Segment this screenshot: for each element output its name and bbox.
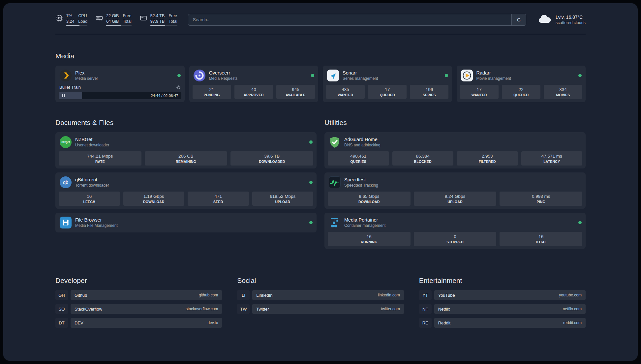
- bookmark-group-developer: Developer GH Github github.com SO StackO…: [55, 271, 222, 328]
- service-card-sonarr[interactable]: Sonarr Series management 485 WANTED 17 Q…: [323, 66, 452, 102]
- bookmarks-section: Developer GH Github github.com SO StackO…: [55, 271, 586, 328]
- bookmark-domain: github.com: [199, 293, 218, 297]
- section-title-entertainment: Entertainment: [419, 277, 586, 285]
- bookmark-dev[interactable]: DT DEV dev.to: [55, 318, 222, 328]
- bookmark-pill: Twitter twitter.com: [252, 304, 404, 314]
- pause-button[interactable]: [59, 92, 69, 99]
- service-name: qBittorrent: [75, 177, 109, 182]
- stat-value: 498,461: [329, 154, 388, 159]
- service-description: Speedtest Tracking: [344, 183, 378, 188]
- memory-total-value: 64 GiB: [106, 19, 119, 24]
- qbittorrent-icon: qb: [59, 176, 72, 189]
- plex-icon: [59, 69, 72, 82]
- stat-tile: 86,384 BLOCKED: [392, 151, 454, 166]
- bookmark-twitter[interactable]: TW Twitter twitter.com: [237, 304, 404, 314]
- plex-now-playing: Bullet Train 24:44 / 02:06:47: [59, 85, 181, 99]
- stat-tile: 9.24 Gbps UPLOAD: [414, 192, 497, 206]
- bookmark-name: DEV: [75, 320, 83, 325]
- stat-label: PING: [501, 200, 581, 204]
- service-card-overseerr[interactable]: Overseerr Media Requests 21 PENDING 40 A…: [189, 66, 319, 102]
- service-card-filebrowser[interactable]: File Browser Media File Management: [55, 213, 317, 232]
- service-card-plex[interactable]: Plex Media server Bullet Train: [55, 66, 185, 102]
- stat-value: 0: [415, 234, 495, 239]
- stat-value: 618.52 Mbps: [254, 194, 312, 199]
- stat-label: UPLOAD: [415, 200, 495, 204]
- gear-icon[interactable]: [176, 85, 181, 90]
- bookmark-name: YouTube: [438, 293, 455, 298]
- bookmark-pill: DEV dev.to: [71, 318, 222, 328]
- stat-tile: 39.6 TB DOWNLOADED: [230, 151, 313, 166]
- stat-label: UPLOAD: [254, 200, 312, 204]
- stat-value: 17: [369, 87, 405, 92]
- service-card-qbittorrent[interactable]: qb qBittorrent Torrent downloader 16 LEE…: [55, 172, 317, 209]
- stat-label: WANTED: [327, 93, 363, 97]
- bookmark-stackoverflow[interactable]: SO StackOverflow stackoverflow.com: [55, 304, 222, 314]
- stat-value: 40: [236, 87, 272, 92]
- stat-tile: 47.571 ms LATENCY: [521, 151, 583, 166]
- bookmark-reddit[interactable]: RE Reddit reddit.com: [419, 318, 586, 328]
- sonarr-icon: [327, 69, 339, 82]
- bookmark-abbr: TW: [237, 304, 250, 314]
- status-dot: [578, 221, 582, 224]
- bookmark-name: Reddit: [438, 320, 451, 325]
- disk-free-label: Free: [168, 13, 177, 19]
- stat-value: 17: [461, 87, 497, 92]
- stat-label: STOPPED: [415, 240, 495, 244]
- media-cards-row: Plex Media server Bullet Train: [55, 66, 586, 102]
- search-provider-button[interactable]: G: [511, 14, 526, 25]
- resource-widget-memory: 22 GiB 64 GiB Free Total: [95, 13, 132, 26]
- stat-tile: 0.993 ms PING: [500, 192, 582, 206]
- search-input[interactable]: [188, 17, 511, 22]
- bookmark-youtube[interactable]: YT YouTube youtube.com: [419, 290, 586, 300]
- bookmark-abbr: SO: [55, 304, 68, 314]
- weather-widget[interactable]: Lviv, 16.87°C scattered clouds: [537, 14, 586, 25]
- overseerr-icon: [193, 69, 206, 82]
- stat-value: 22: [503, 87, 539, 92]
- section-title-media: Media: [55, 52, 586, 60]
- stat-label: DOWNLOAD: [125, 200, 183, 204]
- stat-label: APPROVED: [236, 93, 272, 97]
- stat-value: 945: [278, 87, 314, 92]
- disk-total-label: Total: [168, 19, 177, 24]
- stat-tile: 834 MOVIES: [544, 85, 582, 99]
- service-card-adguard[interactable]: AdGuard Home DNS and adblocking 498,461 …: [324, 132, 586, 168]
- playback-progress-bar[interactable]: 24:44 / 02:06:47: [59, 92, 181, 99]
- memory-free-label: Free: [123, 13, 131, 19]
- bookmark-group-social: Social LI LinkedIn linkedin.com TW Twitt…: [237, 271, 404, 328]
- bookmark-pill: Github github.com: [71, 290, 222, 300]
- stat-label: TOTAL: [501, 240, 581, 244]
- bookmark-linkedin[interactable]: LI LinkedIn linkedin.com: [237, 290, 404, 300]
- bookmark-domain: twitter.com: [381, 307, 400, 311]
- topbar-divider: [55, 34, 586, 34]
- bookmark-abbr: NF: [419, 304, 432, 314]
- stat-value: 196: [411, 87, 447, 92]
- service-card-radarr[interactable]: Radarr Movie management 17 WANTED 22 QUE…: [457, 66, 586, 102]
- bookmark-name: Github: [75, 293, 87, 298]
- cloud-icon: [537, 14, 552, 25]
- service-card-portainer[interactable]: Media Portainer Container management 16 …: [324, 213, 586, 249]
- bookmark-abbr: RE: [419, 318, 432, 328]
- section-title-social: Social: [237, 277, 404, 285]
- disk-total-value: 97.9 TB: [150, 19, 165, 24]
- resource-widget-cpu: 7% 3.24 CPU Load: [55, 13, 87, 26]
- stat-value: 39.6 TB: [232, 154, 312, 159]
- bookmark-netflix[interactable]: NF Netflix netflix.com: [419, 304, 586, 314]
- service-name: Plex: [75, 70, 98, 76]
- cpu-label: CPU: [78, 13, 87, 19]
- speedtest-icon: [328, 176, 341, 189]
- stat-label: LEECH: [60, 200, 119, 204]
- playback-time: 24:44 / 02:06:47: [151, 94, 178, 98]
- stat-tile: 17 QUEUED: [368, 85, 407, 99]
- service-card-nzbget[interactable]: nzbget NZBGet Usenet downloader 744.21 M…: [55, 132, 317, 168]
- stat-value: 9.65 Gbps: [329, 194, 409, 199]
- top-bar: 7% 3.24 CPU Load: [55, 3, 586, 26]
- stat-tile: 498,461 QUERIES: [328, 151, 389, 166]
- cpu-icon: [55, 13, 63, 22]
- bookmark-abbr: LI: [237, 290, 250, 300]
- service-card-speedtest[interactable]: Speedtest Speedtest Tracking 9.65 Gbps D…: [324, 172, 586, 209]
- stat-label: AVAILABLE: [278, 93, 314, 97]
- status-dot: [309, 221, 313, 224]
- stat-label: DOWNLOADED: [232, 160, 312, 164]
- bookmark-github[interactable]: GH Github github.com: [55, 290, 222, 300]
- bookmark-group-entertainment: Entertainment YT YouTube youtube.com NF …: [419, 271, 586, 328]
